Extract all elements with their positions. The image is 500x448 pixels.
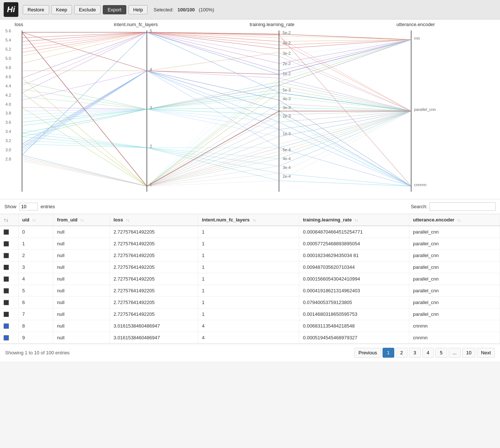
col-header-uid[interactable]: uid ↑↓ (18, 214, 53, 226)
svg-text:5.2: 5.2 (6, 47, 11, 51)
col-header-intent-fc[interactable]: intent.num_fc_layers ↑↓ (198, 214, 299, 226)
cell-loss-1: 2.72757641492205 (110, 238, 198, 250)
cell-fc-3: 1 (198, 261, 299, 273)
cell-uid-7: 7 (18, 308, 53, 320)
row-color-box-5[interactable] (4, 288, 9, 293)
cell-enc-3: parallel_cnn (409, 261, 500, 273)
cell-fc-4: 1 (198, 273, 299, 285)
row-color-box-2[interactable] (4, 253, 9, 258)
row-color-box-9[interactable] (4, 335, 9, 340)
logo-text: Hi (7, 5, 15, 14)
row-color-box-6[interactable] (4, 300, 9, 305)
cell-checkbox-0 (0, 226, 18, 238)
header: Hi Restore Keep Exclude Export Help Sele… (0, 0, 500, 19)
table-row: 3 null 2.72757641492205 1 0.009487035620… (0, 261, 500, 273)
cell-fc-8: 4 (198, 320, 299, 332)
cell-uid-3: 3 (18, 261, 53, 273)
cell-enc-5: parallel_cnn (409, 285, 500, 297)
selected-count: 100/100 (178, 7, 195, 12)
axis-label-fc: intent.num_fc_layers (114, 22, 158, 27)
svg-text:3.6: 3.6 (6, 120, 11, 124)
show-label: Show (4, 204, 17, 209)
cell-fc-5: 1 (198, 285, 299, 297)
row-color-box-0[interactable] (4, 230, 9, 235)
svg-text:5.4: 5.4 (6, 38, 11, 42)
help-button[interactable]: Help (128, 5, 148, 14)
next-button[interactable]: Next (477, 348, 495, 358)
cell-loss-6: 2.72757641492205 (110, 297, 198, 308)
keep-button[interactable]: Keep (51, 5, 72, 14)
cell-loss-0: 2.72757641492205 (110, 226, 198, 238)
page-btn-5[interactable]: 5 (435, 348, 447, 358)
row-color-box-3[interactable] (4, 265, 9, 270)
col-header-from-uid[interactable]: from_uid ↑↓ (53, 214, 110, 226)
table-row: 6 null 2.72757641492205 1 0.079400537591… (0, 297, 500, 308)
cell-uid-5: 5 (18, 285, 53, 297)
cell-fc-7: 1 (198, 308, 299, 320)
data-table: ↑↓ uid ↑↓ from_uid ↑↓ loss ↑↓ intent.num… (0, 214, 500, 344)
cell-enc-6: parallel_cnn (409, 297, 500, 308)
chart-svg: loss intent.num_fc_layers training.learn… (0, 19, 500, 199)
row-color-box-8[interactable] (4, 324, 9, 329)
col-header-loss[interactable]: loss ↑↓ (110, 214, 198, 226)
cell-lr-6: 0.07940053759123805 (299, 297, 409, 308)
parallel-coordinates-chart[interactable]: loss intent.num_fc_layers training.learn… (0, 19, 500, 199)
cell-enc-4: parallel_cnn (409, 273, 500, 285)
cell-enc-9: cnnrnn (409, 332, 500, 344)
row-color-box-4[interactable] (4, 277, 9, 282)
col-header-encoder[interactable]: utterance.encoder ↑↓ (409, 214, 500, 226)
page-btn-1[interactable]: 1 (383, 348, 394, 358)
page-ellipsis: ... (449, 348, 461, 358)
cell-loss-5: 2.72757641492205 (110, 285, 198, 297)
cell-from-uid-4: null (53, 273, 110, 285)
cell-loss-7: 2.72757641492205 (110, 308, 198, 320)
restore-button[interactable]: Restore (23, 5, 49, 14)
sort-icon-lr: ↑↓ (355, 218, 358, 222)
svg-text:4.0: 4.0 (6, 102, 11, 106)
cell-uid-6: 6 (18, 297, 53, 308)
prev-button[interactable]: Previous (354, 348, 381, 358)
col-header-checkbox[interactable]: ↑↓ (0, 214, 18, 226)
cell-from-uid-0: null (53, 226, 110, 238)
page-btn-4[interactable]: 4 (422, 348, 434, 358)
svg-text:5.0: 5.0 (6, 56, 11, 61)
cell-from-uid-5: null (53, 285, 110, 297)
table-header: ↑↓ uid ↑↓ from_uid ↑↓ loss ↑↓ intent.num… (0, 214, 500, 226)
col-header-lr[interactable]: training.learning_rate ↑↓ (299, 214, 409, 226)
svg-text:3.4: 3.4 (6, 129, 11, 134)
svg-text:3.8: 3.8 (6, 111, 11, 115)
page-btn-10[interactable]: 10 (462, 348, 475, 358)
row-color-box-7[interactable] (4, 312, 9, 317)
cell-loss-8: 3.0161538460486947 (110, 320, 198, 332)
svg-text:4.4: 4.4 (6, 84, 11, 88)
svg-text:2.8: 2.8 (6, 157, 11, 161)
selected-info: Selected: 100/100 (100%) (153, 7, 214, 12)
table-row: 7 null 2.72757641492205 1 0.001468031865… (0, 308, 500, 320)
row-color-box-1[interactable] (4, 241, 9, 246)
svg-text:1e-2: 1e-2 (283, 72, 291, 76)
cell-uid-1: 1 (18, 238, 53, 250)
svg-text:cnnrnn: cnnrnn (414, 183, 427, 187)
cell-from-uid-6: null (53, 297, 110, 308)
results-table: ↑↓ uid ↑↓ from_uid ↑↓ loss ↑↓ intent.num… (0, 214, 500, 344)
sort-icon-fc: ↑↓ (253, 218, 256, 222)
table-row: 0 null 2.72757641492205 1 0.000848704664… (0, 226, 500, 238)
svg-text:3.2: 3.2 (6, 138, 11, 143)
cell-loss-2: 2.72757641492205 (110, 250, 198, 261)
sort-icon-uid: ↑↓ (32, 218, 36, 222)
svg-text:2e-4: 2e-4 (283, 174, 291, 178)
page-btn-2[interactable]: 2 (396, 348, 407, 358)
page-btn-3[interactable]: 3 (409, 348, 421, 358)
exclude-button[interactable]: Exclude (74, 5, 101, 14)
entries-input[interactable] (19, 203, 38, 210)
pagination-controls: Previous 1 2 3 4 5 ... 10 Next (354, 348, 495, 358)
export-button[interactable]: Export (103, 5, 126, 14)
cell-fc-6: 1 (198, 297, 299, 308)
table-row: 4 null 2.72757641492205 1 0.000156605430… (0, 273, 500, 285)
logo: Hi (4, 2, 18, 17)
search-label: Search: (411, 204, 427, 209)
cell-fc-9: 4 (198, 332, 299, 344)
search-input[interactable] (430, 202, 496, 211)
cell-loss-4: 2.72757641492205 (110, 273, 198, 285)
cell-checkbox-8 (0, 320, 18, 332)
